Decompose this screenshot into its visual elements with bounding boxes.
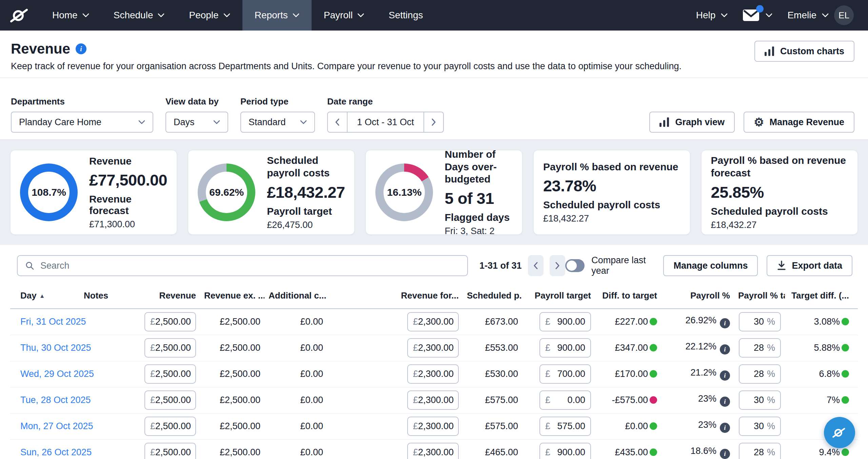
card-title: Number of Days over-budgeted [445,148,513,186]
status-dot [842,396,849,404]
planday-chat-fab[interactable] [824,417,855,448]
table-row: Wed, 29 Oct 2025 £2,500.00 £2,500.00 £0.… [10,361,858,387]
day-link[interactable]: Tue, 28 Oct 2025 [20,395,91,405]
view-data-by-select[interactable]: Days [165,112,228,133]
departments-select[interactable]: Planday Care Home [11,112,153,133]
scheduled-payroll-cell: £575.00 [463,413,522,439]
column-payroll-target[interactable]: Payroll target [522,284,595,309]
top-navbar: Home Schedule People Reports Payroll Set… [0,0,868,31]
info-icon[interactable]: i [720,344,730,355]
revenue-forecast-input[interactable]: £2,300.00 [407,443,459,459]
revenue-forecast-input[interactable]: £2,300.00 [407,390,459,410]
revenue-forecast-input[interactable]: £2,300.00 [407,338,459,358]
period-type-select[interactable]: Standard [240,112,315,133]
prev-page-button[interactable] [528,255,544,276]
nav-right: Help Emelie EL [696,5,854,25]
column-payroll-pct-target[interactable]: Payroll % ta... [734,284,785,309]
nav-item-home[interactable]: Home [40,0,101,31]
column-revenue[interactable]: Revenue [137,284,200,309]
column-revenue-ex[interactable]: Revenue ex. ... [200,284,264,309]
revenue-input[interactable]: £2,500.00 [144,338,196,358]
status-dot [650,422,657,430]
column-notes[interactable]: Notes [80,284,137,309]
info-icon[interactable]: i [720,370,730,381]
revenue-input[interactable]: £2,500.00 [144,417,196,436]
custom-charts-button[interactable]: Custom charts [754,41,854,62]
chevron-down-icon [82,13,89,17]
column-diff-to-target[interactable]: Diff. to target [595,284,661,309]
nav-item-people[interactable]: People [177,0,242,31]
revenue-forecast-input[interactable]: £2,300.00 [407,417,459,436]
revenue-forecast-input[interactable]: £2,300.00 [407,364,459,384]
payroll-target-input[interactable]: £900.00 [539,338,591,358]
nav-item-schedule[interactable]: Schedule [101,0,177,31]
chevron-down-icon [766,13,772,17]
compare-last-year-toggle[interactable] [565,259,585,272]
card-title: Payroll % based on revenue forecast [711,154,848,179]
day-link[interactable]: Mon, 27 Oct 2025 [20,421,93,431]
avatar[interactable]: EL [834,5,854,25]
payroll-target-input[interactable]: £900.00 [539,443,591,459]
nav-item-settings[interactable]: Settings [376,0,435,31]
chevron-right-icon [431,118,436,126]
card-sub-value: £18,432.27 [543,213,678,224]
card-sub-label: Revenue forecast [89,193,167,216]
payroll-target-input[interactable]: £575.00 [539,417,591,436]
sort-asc-icon: ▲ [39,293,45,299]
manage-revenue-button[interactable]: ⚙ Manage Revenue [744,112,854,133]
day-link[interactable]: Thu, 30 Oct 2025 [20,343,91,353]
inbox-menu[interactable] [743,9,772,21]
column-revenue-forecast[interactable]: Revenue for... [327,284,463,309]
payroll-target-input[interactable]: £900.00 [539,312,591,331]
next-page-button[interactable] [550,255,565,276]
info-icon[interactable]: i [720,449,730,459]
user-menu[interactable]: Emelie EL [787,5,854,25]
day-link[interactable]: Fri, 31 Oct 2025 [20,317,86,327]
payroll-pct-target-input[interactable]: 30% [739,312,781,331]
revenue-input[interactable]: £2,500.00 [144,312,196,331]
nav-item-reports[interactable]: Reports [242,0,312,31]
nav-item-payroll[interactable]: Payroll [312,0,377,31]
revenue-input[interactable]: £2,500.00 [144,390,196,410]
column-payroll-pct[interactable]: Payroll % [661,284,734,309]
revenue-forecast-input[interactable]: £2,300.00 [407,312,459,331]
search-input[interactable] [40,261,460,271]
export-data-button[interactable]: Export data [767,255,852,276]
day-link[interactable]: Sun, 26 Oct 2025 [20,447,92,457]
additional-cell: £0.00 [264,439,327,459]
date-range-value[interactable]: 1 Oct - 31 Oct [347,112,424,132]
payroll-target-input[interactable]: £700.00 [539,364,591,384]
revenue-input[interactable]: £2,500.00 [144,364,196,384]
payroll-pct-target-input[interactable]: 28% [739,338,781,358]
info-icon[interactable]: i [720,397,730,407]
download-icon [777,261,786,271]
next-period-button[interactable] [424,112,443,132]
scheduled-payroll-cell: £575.00 [463,387,522,413]
column-day[interactable]: Day▲ [10,284,80,309]
column-target-diff[interactable]: Target diff. (... [785,284,858,309]
graph-view-button[interactable]: Graph view [649,112,735,133]
column-additional[interactable]: Additional c... [264,284,327,309]
card-title: Revenue [89,155,167,168]
status-dot [650,396,657,404]
search-field[interactable] [17,255,468,276]
payroll-target-input[interactable]: £0.00 [539,390,591,410]
payroll-pct-target-input[interactable]: 30% [739,417,781,436]
prev-period-button[interactable] [328,112,347,132]
manage-columns-button[interactable]: Manage columns [663,255,758,276]
payroll-pct-target-input[interactable]: 28% [739,443,781,459]
planday-logo-icon[interactable] [0,0,40,31]
info-icon[interactable]: i [720,318,730,328]
info-icon[interactable]: i [76,43,86,54]
revenue-input[interactable]: £2,500.00 [144,443,196,459]
payroll-pct-target-input[interactable]: 28% [739,364,781,384]
payroll-pct-target-input[interactable]: 30% [739,390,781,410]
help-menu[interactable]: Help [696,10,728,21]
notes-cell[interactable] [80,309,137,335]
column-scheduled-payroll[interactable]: Scheduled p... [463,284,522,309]
additional-cell: £0.00 [264,309,327,335]
info-icon[interactable]: i [720,423,730,433]
bar-chart-icon [765,46,775,56]
day-link[interactable]: Wed, 29 Oct 2025 [20,369,94,379]
table-row: Tue, 28 Oct 2025 £2,500.00 £2,500.00 £0.… [10,387,858,413]
